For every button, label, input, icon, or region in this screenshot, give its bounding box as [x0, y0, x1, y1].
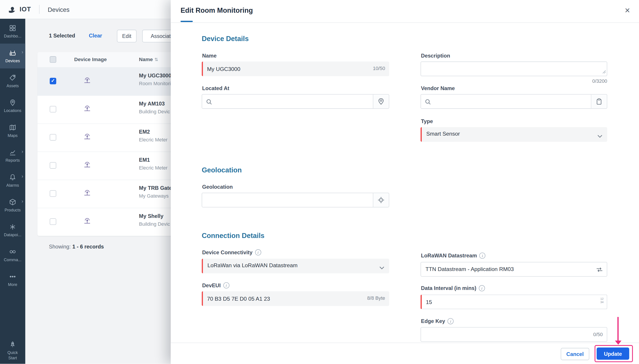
row-checkbox[interactable]: [50, 218, 56, 225]
row-checkbox[interactable]: [50, 134, 56, 140]
sidebar-label: Datapoi...: [4, 232, 22, 237]
search-icon: [206, 99, 212, 106]
device-image-icon: [82, 104, 92, 115]
description-input[interactable]: [421, 62, 608, 78]
sidebar-item-maps[interactable]: Maps: [0, 118, 25, 143]
data-interval-input[interactable]: [422, 295, 607, 309]
app-logo[interactable]: IOT: [6, 4, 31, 14]
close-icon[interactable]: ×: [625, 5, 630, 16]
deveui-input[interactable]: [203, 291, 389, 306]
sidebar-item-datapoints[interactable]: Datapoi...: [0, 218, 25, 242]
device-name[interactable]: My TRB Gatew: [139, 185, 176, 191]
located-at-field: [202, 94, 389, 109]
deveui-field: 8/8 Byte: [202, 291, 389, 306]
sidebar-item-dashboard[interactable]: Dashbo...: [0, 19, 25, 44]
device-name[interactable]: My UGC3000: [139, 72, 171, 78]
sidebar-label: Dashbo...: [4, 34, 22, 38]
devices-icon: [9, 49, 16, 56]
deveui-counter: 8/8 Byte: [367, 295, 385, 301]
chevron-right-icon: ›: [22, 49, 23, 55]
brand-name: IOT: [20, 6, 31, 13]
locate-me-button[interactable]: [373, 193, 389, 207]
sidebar-item-commands[interactable]: Comma...: [0, 242, 25, 267]
edge-key-input[interactable]: [421, 328, 607, 342]
device-name[interactable]: My AM103: [139, 100, 165, 106]
header-divider: [39, 5, 40, 14]
device-name[interactable]: My Shelly: [139, 213, 164, 219]
located-at-input[interactable]: [202, 94, 389, 108]
screen: IOT Devices Dashbo... › Devices Assets L…: [0, 0, 639, 364]
info-icon[interactable]: i: [448, 318, 454, 324]
row-checkbox[interactable]: [50, 106, 56, 112]
chevron-right-icon: ›: [22, 149, 23, 154]
row-checkbox-checked[interactable]: [50, 78, 56, 84]
sidebar-item-alarms[interactable]: › Alarms: [0, 168, 25, 193]
sidebar-label: Assets: [6, 84, 19, 88]
title-accent-bar: [180, 21, 193, 22]
device-image-icon: [82, 188, 92, 199]
swap-datastream-icon[interactable]: [596, 267, 603, 273]
device-image-icon: [82, 160, 92, 171]
page-title: Devices: [48, 6, 70, 13]
geolocation-input[interactable]: [202, 193, 389, 207]
col-device-image: Device Image: [74, 57, 107, 62]
row-checkbox[interactable]: [50, 190, 56, 197]
update-button[interactable]: Update: [596, 348, 629, 360]
device-name[interactable]: EM1: [139, 157, 150, 163]
locations-icon: [9, 99, 16, 106]
device-subtitle: Elecric Meter: [139, 137, 168, 143]
info-icon[interactable]: i: [255, 249, 261, 256]
edit-button[interactable]: Edit: [117, 30, 136, 42]
sidebar-item-quick-start[interactable]: Quick Start: [0, 341, 25, 361]
section-geolocation: Geolocation: [202, 166, 242, 174]
row-checkbox[interactable]: [50, 162, 56, 168]
clear-selection-link[interactable]: Clear: [89, 32, 102, 38]
device-image-icon: [82, 216, 92, 227]
col-name[interactable]: Name⇅: [139, 57, 158, 62]
vendor-lookup-button[interactable]: [591, 94, 607, 108]
sidebar-item-locations[interactable]: Locations: [0, 93, 25, 118]
more-icon: [9, 273, 16, 280]
sidebar-item-reports[interactable]: › Reports: [0, 143, 25, 168]
products-icon: [9, 198, 16, 206]
device-subtitle: Elecric Meter: [139, 165, 168, 171]
section-device-details: Device Details: [202, 35, 249, 43]
device-name[interactable]: EM2: [139, 129, 150, 135]
number-stepper-icon[interactable]: 1234: [600, 297, 604, 304]
device-connectivity-select[interactable]: LoRaWan via LoRaWAN Datastream: [202, 259, 389, 274]
selected-count: 1 Selected: [49, 32, 75, 38]
edge-key-counter: 0/50: [593, 332, 603, 338]
type-select[interactable]: Smart Sensor: [420, 127, 607, 142]
info-icon[interactable]: i: [479, 285, 485, 291]
records-summary: Showing:1 - 6 records: [49, 244, 104, 250]
commands-icon: [9, 248, 16, 255]
select-all-checkbox[interactable]: [50, 56, 56, 63]
sidebar-label: Locations: [4, 108, 22, 113]
deveui-label: DevEUIi: [202, 282, 229, 288]
device-subtitle: My Gateways: [139, 193, 169, 199]
info-icon[interactable]: i: [223, 282, 229, 288]
pick-location-button[interactable]: [373, 94, 389, 108]
resize-handle-icon[interactable]: [602, 69, 606, 75]
data-interval-field: 1234: [420, 295, 607, 309]
info-icon[interactable]: i: [479, 252, 485, 258]
name-input[interactable]: [203, 62, 389, 76]
sidebar-item-assets[interactable]: Assets: [0, 68, 25, 93]
dashboard-icon: [9, 24, 16, 32]
geolocation-label: Geolocation: [202, 184, 233, 190]
sidebar-label: More: [8, 282, 18, 286]
sidebar-item-devices[interactable]: › Devices: [0, 44, 25, 68]
cancel-button[interactable]: Cancel: [561, 348, 589, 360]
edge-key-field: 0/50: [420, 327, 607, 342]
sidebar-item-more[interactable]: More: [0, 267, 25, 292]
assets-icon: [9, 74, 16, 82]
search-icon: [425, 99, 431, 106]
sort-icon[interactable]: ⇅: [154, 57, 158, 62]
device-subtitle: Room Monitorin: [139, 81, 174, 86]
lorawan-datastream-select[interactable]: TTN Datastream - Application RM03: [420, 262, 607, 276]
drawer-title: Edit Room Monitoring: [180, 6, 253, 15]
sidebar-item-products[interactable]: › Products: [0, 193, 25, 218]
name-label: Name: [202, 53, 217, 59]
lorawan-datastream-label: LoRaWAN Datastreami: [421, 252, 486, 258]
vendor-name-input[interactable]: [421, 94, 607, 108]
